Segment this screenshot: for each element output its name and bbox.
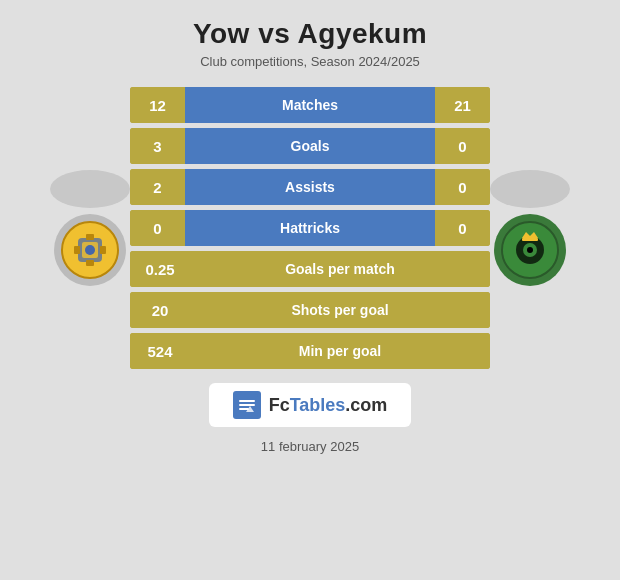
match-subtitle: Club competitions, Season 2024/2025 xyxy=(200,54,420,69)
stat-right-assists: 0 xyxy=(435,169,490,205)
svg-rect-17 xyxy=(239,408,249,410)
stat-row-hattricks: 0 Hattricks 0 xyxy=(130,210,490,246)
svg-rect-6 xyxy=(100,246,106,254)
stat-row-min-per-goal: 524 Min per goal xyxy=(130,333,490,369)
stat-left-matches: 12 xyxy=(130,87,185,123)
stat-left-hattricks: 0 xyxy=(130,210,185,246)
fctables-icon xyxy=(233,391,261,419)
stat-left-goals-per-match: 0.25 xyxy=(130,251,190,287)
fctables-banner: FcTables.com xyxy=(209,383,412,427)
svg-rect-16 xyxy=(239,404,255,406)
svg-rect-13 xyxy=(522,238,538,241)
stat-left-assists: 2 xyxy=(130,169,185,205)
match-date: 11 february 2025 xyxy=(261,439,359,454)
stat-right-goals: 0 xyxy=(435,128,490,164)
svg-rect-15 xyxy=(239,400,255,402)
match-title: Yow vs Agyekum xyxy=(193,18,427,50)
svg-rect-7 xyxy=(86,260,94,266)
stat-label-matches: Matches xyxy=(185,87,435,123)
stat-label-shots-per-goal: Shots per goal xyxy=(190,292,490,328)
svg-rect-4 xyxy=(86,234,94,240)
svg-point-3 xyxy=(85,245,95,255)
right-team-badge xyxy=(500,220,560,280)
left-logo-circle xyxy=(54,214,126,286)
stat-left-shots-per-goal: 20 xyxy=(130,292,190,328)
right-logo-shape xyxy=(490,170,570,208)
main-content: 12 Matches 21 3 Goals 0 2 Assists 0 0 Ha… xyxy=(10,87,610,369)
page-wrapper: Yow vs Agyekum Club competitions, Season… xyxy=(0,0,620,580)
stat-label-hattricks: Hattricks xyxy=(185,210,435,246)
stat-right-matches: 21 xyxy=(435,87,490,123)
stat-right-hattricks: 0 xyxy=(435,210,490,246)
stat-label-goals: Goals xyxy=(185,128,435,164)
stat-row-matches: 12 Matches 21 xyxy=(130,87,490,123)
stat-label-goals-per-match: Goals per match xyxy=(190,251,490,287)
stat-label-min-per-goal: Min per goal xyxy=(190,333,490,369)
stat-left-goals: 3 xyxy=(130,128,185,164)
stat-label-assists: Assists xyxy=(185,169,435,205)
fctables-label: FcTables.com xyxy=(269,395,388,416)
stats-container: 12 Matches 21 3 Goals 0 2 Assists 0 0 Ha… xyxy=(130,87,490,369)
stat-left-min-per-goal: 524 xyxy=(130,333,190,369)
right-logo-circle xyxy=(494,214,566,286)
svg-point-11 xyxy=(527,247,533,253)
right-team-logo xyxy=(490,170,570,286)
svg-rect-5 xyxy=(74,246,80,254)
left-team-logo xyxy=(50,170,130,286)
stat-row-shots-per-goal: 20 Shots per goal xyxy=(130,292,490,328)
fctables-logo-icon xyxy=(236,394,258,416)
stat-row-goals: 3 Goals 0 xyxy=(130,128,490,164)
stat-row-assists: 2 Assists 0 xyxy=(130,169,490,205)
left-logo-shape xyxy=(50,170,130,208)
left-team-badge xyxy=(60,220,120,280)
stat-row-goals-per-match: 0.25 Goals per match xyxy=(130,251,490,287)
